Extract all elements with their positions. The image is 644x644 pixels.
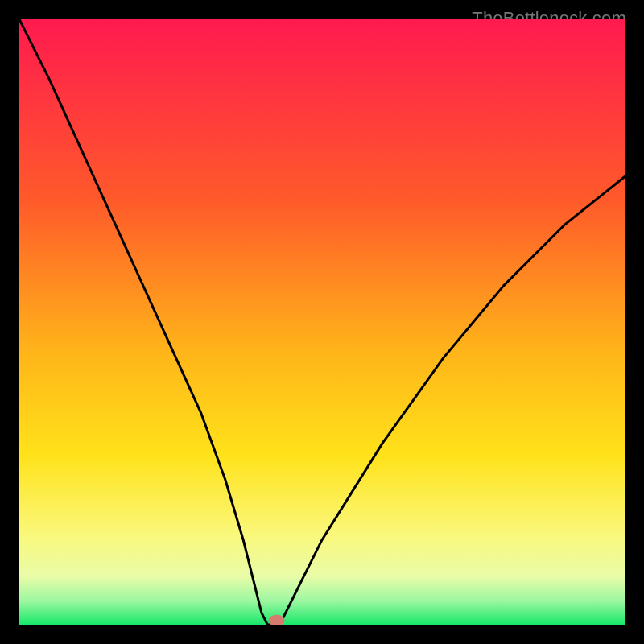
plot-area xyxy=(19,19,625,625)
plot-svg xyxy=(19,19,625,625)
gradient-background xyxy=(19,19,625,625)
chart-frame: TheBottleneck.com xyxy=(8,8,636,636)
